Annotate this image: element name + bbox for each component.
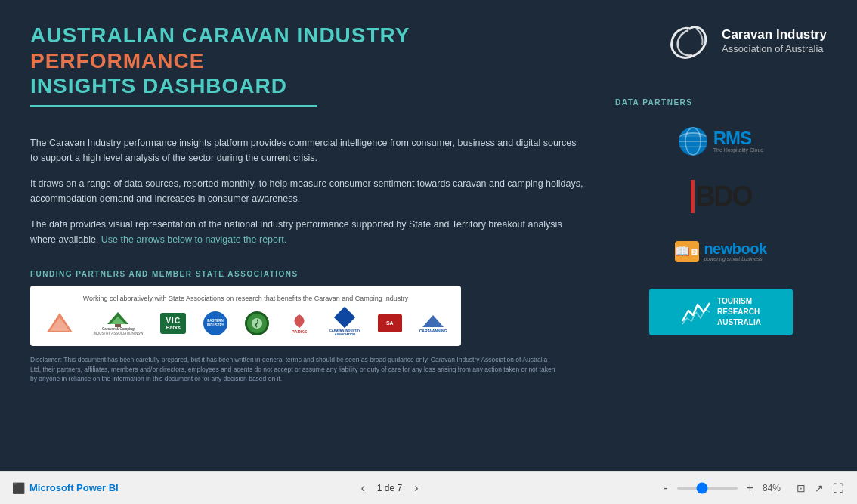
powerbi-text[interactable]: Microsoft Power BI [29, 482, 119, 493]
right-panel: Caravan Industry Association of Australi… [615, 23, 827, 456]
nav-prev-button[interactable]: ‹ [358, 478, 368, 498]
logo-eastern-industry: EASTERNINDUSTRY [203, 310, 227, 337]
fit-button[interactable]: ⊡ [795, 481, 807, 496]
title-divider [30, 105, 317, 107]
logo-sa-state: SA [378, 310, 402, 337]
rms-logo-text: RMS [713, 129, 764, 147]
share-button[interactable]: ↗ [813, 481, 825, 496]
zoom-level-display: 84% [763, 483, 789, 493]
partner-newbook: newbook powering smart business [645, 230, 797, 272]
title-line3: INSIGHTS DASHBOARD [30, 73, 585, 99]
rms-text: RMS The Hospitality Cloud [713, 129, 764, 153]
description-block: The Caravan Industry performance insight… [30, 135, 585, 247]
bdo-logo-text: BDO [696, 183, 752, 210]
funding-section: FUNDING PARTNERS AND MEMBER STATE ASSOCI… [30, 270, 585, 346]
tra-chart-icon [681, 297, 711, 327]
association-text: Caravan Industry Association of Australi… [722, 27, 827, 55]
newbook-text: newbook powering smart business [704, 241, 766, 261]
logo-caravanning-2: CARAVANNING [419, 310, 447, 337]
page-sep: de [385, 483, 398, 493]
bottom-navigation: ‹ 1 de 7 › [358, 478, 422, 498]
caravan-icon [667, 23, 713, 60]
funding-box: Working collaboratively with State Assoc… [30, 286, 461, 346]
title-block: AUSTRALIAN CARAVAN INDUSTRY PERFORMANCE … [30, 23, 585, 120]
main-content: AUSTRALIAN CARAVAN INDUSTRY PERFORMANCE … [0, 0, 857, 471]
newbook-subtitle: powering smart business [704, 256, 766, 261]
title-line1: AUSTRALIAN CARAVAN INDUSTRY [30, 23, 585, 48]
disclaimer: Disclaimer: This document has been caref… [30, 355, 559, 384]
powerbi-branding: ⬛ Microsoft Power BI [12, 482, 119, 494]
total-pages: 7 [398, 483, 403, 493]
nav-next-button[interactable]: › [411, 478, 421, 498]
zoom-slider[interactable] [677, 487, 738, 490]
tra-logo-text: TOURISMRESEARCHAUSTRALIA [717, 296, 761, 328]
bottom-bar: ⬛ Microsoft Power BI ‹ 1 de 7 › - + 84% … [0, 471, 857, 504]
description-paragraph2: It draws on a range of data sources, rep… [30, 176, 585, 206]
partner-rms: RMS The Hospitality Cloud [645, 120, 797, 162]
association-logo-block: Caravan Industry Association of Australi… [615, 23, 827, 60]
zoom-plus-button[interactable]: + [744, 480, 756, 496]
zoom-minus-button[interactable]: - [661, 480, 670, 496]
left-panel: AUSTRALIAN CARAVAN INDUSTRY PERFORMANCE … [30, 23, 585, 456]
description-paragraph1: The Caravan Industry performance insight… [30, 135, 585, 165]
description-paragraph3: The data provides visual representation … [30, 217, 585, 247]
newbook-logo-text: newbook [704, 241, 766, 256]
page-indicator: 1 de 7 [377, 483, 402, 493]
logo-caravan-camping: Caravan & CampingINDUSTRY ASSOCIATION NS… [93, 310, 143, 337]
logo-caravanning-nsw: CARAVANNING [44, 310, 76, 337]
data-partners-label: DATA PARTNERS [615, 98, 692, 107]
logo-green-partner [245, 310, 269, 337]
partner-bdo: BDO [645, 175, 797, 217]
data-partners-section: DATA PARTNERS RMS [615, 98, 827, 339]
rms-subtitle: The Hospitality Cloud [713, 147, 764, 153]
title-line2: PERFORMANCE [30, 48, 585, 74]
rms-globe-icon [679, 127, 707, 156]
bottom-controls: - + 84% ⊡ ↗ ⛶ [661, 480, 845, 496]
current-page: 1 [377, 483, 382, 493]
logo-vicparks: VIC Parks [160, 310, 186, 337]
logo-parks: PARKS [286, 310, 312, 337]
association-name-line1: Caravan Industry [722, 27, 827, 42]
description-paragraph3-highlight: Use the arrows below to navigate the rep… [101, 234, 286, 245]
funding-logos: CARAVANNING Caravan & CampingINDUSTRY AS… [38, 310, 453, 337]
svg-marker-6 [422, 315, 444, 327]
bdo-bar-icon [691, 180, 695, 213]
partner-tra: TOURISMRESEARCHAUSTRALIA [645, 286, 797, 339]
newbook-icon [675, 241, 699, 262]
svg-point-7 [679, 128, 707, 155]
funding-box-title: Working collaboratively with State Assoc… [38, 295, 453, 302]
association-name-line2: Association of Australia [722, 43, 827, 56]
fullscreen-button[interactable]: ⛶ [831, 481, 845, 496]
powerbi-icon: ⬛ [12, 482, 25, 494]
funding-label: FUNDING PARTNERS AND MEMBER STATE ASSOCI… [30, 270, 585, 278]
logo-cia: CARAVAN INDUSTRYASSOCIATION [329, 310, 360, 337]
